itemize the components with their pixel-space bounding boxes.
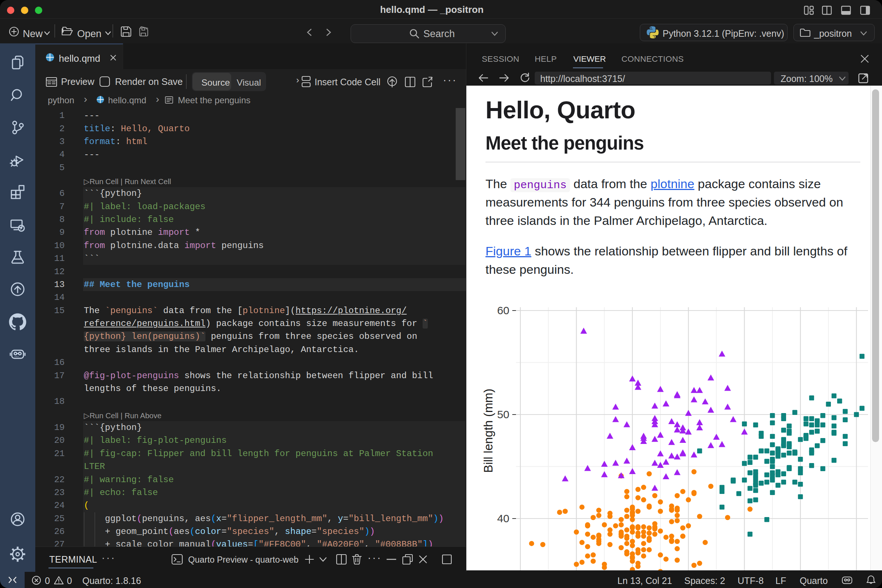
svg-text:40: 40 — [497, 512, 509, 524]
svg-text:60: 60 — [497, 304, 509, 316]
svg-text:50: 50 — [497, 408, 509, 420]
svg-text:Bill length (mm): Bill length (mm) — [482, 388, 495, 472]
